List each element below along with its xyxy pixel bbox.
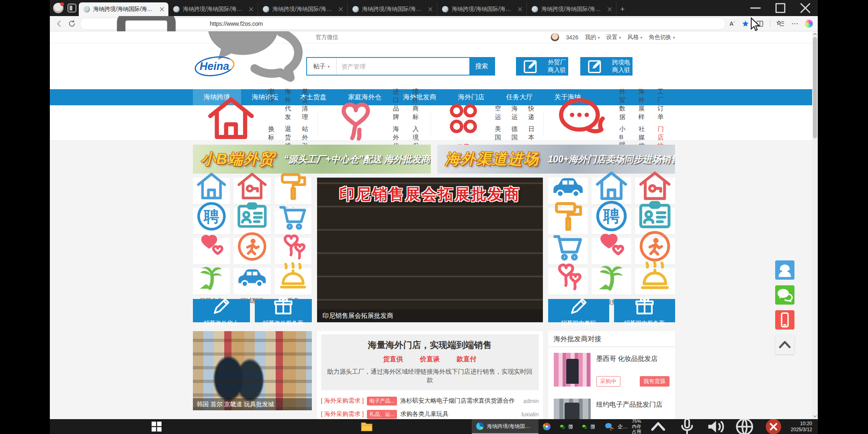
subnav-link[interactable]: 境外商标: [413, 88, 422, 121]
taskbar-chrome-app[interactable]: [538, 419, 555, 434]
address-bar[interactable]: https://www.f2os.com: [80, 18, 725, 29]
user-avatar[interactable]: [551, 33, 559, 42]
tab-close-icon[interactable]: [517, 6, 523, 12]
service-card[interactable]: 同城配送: [233, 268, 271, 295]
menu-settings[interactable]: 设置▾: [606, 34, 621, 41]
subnav-link[interactable]: 快递: [528, 104, 534, 121]
scroll-down-icon[interactable]: [812, 414, 818, 419]
close-button[interactable]: [793, 0, 818, 16]
maximize-button[interactable]: [768, 0, 793, 16]
browser-profile-avatar[interactable]: [53, 3, 63, 13]
search-category-select[interactable]: 帖子▾: [307, 58, 337, 75]
taskbar-work-wechat-app[interactable]: 企业微信: [599, 419, 632, 434]
tab-close-icon[interactable]: [248, 6, 254, 12]
minimize-button[interactable]: [743, 0, 768, 16]
post-tag[interactable]: 礼品、运...: [367, 410, 397, 419]
subnav-link[interactable]: 海外展样: [638, 88, 647, 121]
banner-subtitle: 100+海外门店卖场同步进场销售: [548, 153, 675, 166]
toolbar-divider: [770, 20, 770, 27]
subnav-link[interactable]: 海运: [512, 104, 518, 121]
scrollbar-thumb[interactable]: [813, 37, 817, 138]
customer-service-button[interactable]: [775, 260, 794, 280]
start-button[interactable]: [51, 419, 262, 434]
post-title[interactable]: 洛杉矶安大略电子烟门店需求直供货源合作: [400, 397, 520, 405]
scroll-up-icon[interactable]: [812, 31, 818, 37]
trader-join-button[interactable]: 外贸厂商入驻: [516, 57, 568, 76]
taskbar-wechat-app-2[interactable]: 微信: [577, 419, 599, 434]
read-aloud-icon[interactable]: Aʾ: [729, 20, 735, 27]
feature-carousel[interactable]: 印尼销售展会拓展批发商 印尼销售展会拓展批发商: [317, 178, 543, 322]
browser-tab[interactable]: 海纳跨境/海纳国际/海外仓/小B端: [168, 2, 258, 16]
post-category[interactable]: [ 海外采购需求 ]: [321, 397, 364, 405]
search-button[interactable]: 搜索: [469, 58, 494, 75]
menu-my[interactable]: 我的▾: [585, 34, 600, 41]
edge-icon: [476, 422, 484, 430]
recruit-overseas-chinese-button[interactable]: 招募海外华人: [193, 299, 250, 322]
chevron-down-icon: ▾: [640, 35, 642, 40]
taskbar-wechat-app[interactable]: 微信: [555, 419, 577, 434]
post-row[interactable]: [ 海外采购需求 ] 礼品、运... 求购各类儿童玩具 luxialin: [321, 407, 539, 419]
search-input[interactable]: [337, 58, 469, 75]
ecommerce-join-button[interactable]: 跨境电商入驻: [580, 57, 633, 76]
taskbar-clock[interactable]: 10:20 2025/3/12: [791, 421, 812, 433]
recruit-domestic-provider-button[interactable]: 招募国内服务商: [614, 299, 675, 322]
user-score[interactable]: 3426: [566, 34, 578, 41]
have-supply-button[interactable]: 我有货源: [640, 376, 669, 387]
post-author[interactable]: admin: [523, 398, 538, 404]
service-card[interactable]: 视频剪辑: [592, 268, 631, 295]
page-scrollbar[interactable]: [812, 31, 818, 419]
post-row[interactable]: [ 海外采购需求 ] 电子产品... 洛杉矶安大略电子烟门店需求直供货源合作 a…: [321, 394, 539, 407]
browser-tab[interactable]: 海纳跨境/海纳国际/海外仓/小B端: [437, 2, 527, 16]
wechat-icon: [581, 419, 588, 434]
subnav-link[interactable]: 进口品牌: [393, 88, 402, 121]
browser-tab[interactable]: 海纳跨境/海纳国际/海外仓/小B端: [258, 2, 348, 16]
tab-actions-icon[interactable]: [68, 4, 76, 12]
tab-close-icon[interactable]: [159, 6, 165, 12]
nav-item-task-hall[interactable]: 任务大厅: [495, 89, 544, 105]
subnav-link[interactable]: 外贸数据: [619, 88, 628, 121]
post-tag[interactable]: 电子产品...: [367, 397, 397, 405]
post-title[interactable]: 求购各类儿童玩具: [400, 410, 518, 418]
file-explorer-button[interactable]: [262, 419, 472, 434]
tab-close-icon[interactable]: [606, 6, 613, 12]
browser-tab[interactable]: 海纳跨境/海纳国际/海外仓/小B端: [79, 2, 168, 16]
back-icon[interactable]: [55, 19, 63, 28]
wechat-contact-button[interactable]: [775, 285, 794, 305]
post-author[interactable]: luxialin: [522, 411, 539, 418]
refresh-icon[interactable]: [68, 19, 76, 28]
subnav-link[interactable]: 海外代发: [285, 88, 292, 121]
new-tab-button[interactable]: +: [616, 2, 628, 16]
menu-style[interactable]: 风格▾: [627, 34, 642, 41]
toy-market-photo-card[interactable]: 韩国 首尔 京畿道 玩具批发城: [193, 331, 312, 410]
subnav-link[interactable]: 美国: [495, 125, 501, 142]
tab-close-icon[interactable]: [427, 6, 434, 12]
settings-more-icon[interactable]: [790, 19, 799, 28]
wholesaler-item[interactable]: 墨西哥 化妆品批发店 采购中 我有货源: [548, 347, 675, 393]
menu-role-switch[interactable]: 角色切换▾: [649, 34, 675, 41]
wholesaler-item[interactable]: 纽约电子产品批发门店: [548, 393, 675, 419]
browser-tab[interactable]: 海纳跨境/海纳国际/海外仓/小B端: [527, 2, 616, 16]
copilot-icon[interactable]: [805, 20, 813, 28]
service-card[interactable]: 更多: [635, 268, 675, 295]
favorites-bar-icon[interactable]: [776, 19, 785, 28]
subnav-link[interactable]: 测评: [268, 88, 274, 121]
subnav-link[interactable]: 工厂订单: [657, 88, 666, 121]
subnav-link[interactable]: 德国: [512, 125, 518, 142]
post-category[interactable]: [ 海外采购需求 ]: [321, 410, 364, 418]
recruit-domestic-parttime-button[interactable]: 招募国内兼职: [548, 299, 609, 322]
taskbar-edge-app[interactable]: 海纳跨境/海纳国际...: [472, 419, 538, 434]
recruit-overseas-provider-button[interactable]: 招募海外服务商: [255, 299, 312, 322]
tab-close-icon[interactable]: [338, 6, 344, 12]
subnav-link[interactable]: 日本: [528, 125, 534, 142]
tab-favicon-icon: [352, 6, 359, 12]
browser-tab[interactable]: 海纳跨境/海纳国际/海外仓/小B端: [348, 2, 437, 16]
service-card[interactable]: 更多: [274, 268, 312, 295]
mobile-button[interactable]: [775, 310, 794, 330]
back-to-top-button[interactable]: [775, 335, 794, 354]
subnav-link[interactable]: 空运: [495, 104, 501, 121]
subnav-link[interactable]: 尾货清理: [302, 88, 309, 121]
service-card[interactable]: 展厅合作: [193, 268, 230, 295]
service-card[interactable]: 招商经理: [548, 268, 588, 295]
wechat-icon: [559, 419, 565, 434]
site-logo[interactable]: Heina: [193, 56, 236, 77]
